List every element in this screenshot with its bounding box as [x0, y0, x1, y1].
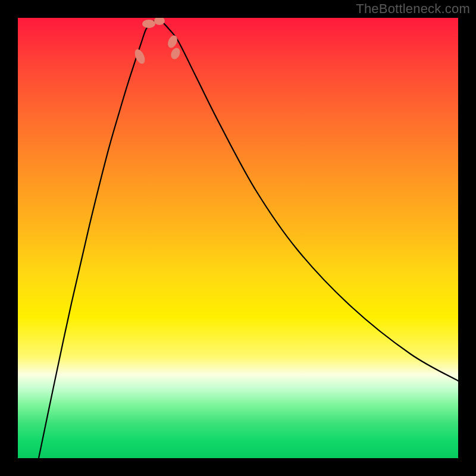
curve-marker	[154, 18, 165, 25]
curve-marker	[169, 46, 181, 61]
watermark-text: TheBottleneck.com	[356, 1, 470, 17]
curve-marker	[166, 34, 179, 49]
bottleneck-curve-path	[39, 20, 458, 458]
curve-markers	[133, 18, 181, 65]
curve-marker	[142, 20, 155, 28]
bottleneck-curve-svg	[18, 18, 458, 458]
chart-plot-area	[18, 18, 458, 458]
